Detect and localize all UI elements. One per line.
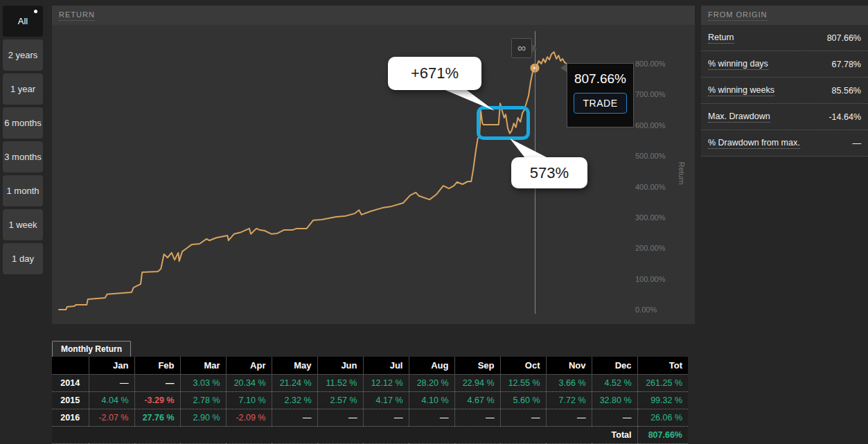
y-tick-label: 700.00% [635, 90, 665, 98]
stats-row: Return807.66% [701, 25, 868, 51]
stats-label: % Drawdown from max. [708, 138, 800, 149]
stats-panel-title: FROM ORIGIN [708, 10, 768, 21]
y-axis-title: Return [677, 161, 686, 184]
return-cell: 12.12 % [363, 374, 409, 391]
total-label: Total [52, 426, 637, 443]
return-cell: 2.78 % [180, 391, 226, 409]
return-cell: 27.76 % [134, 409, 180, 426]
trade-tooltip: 807.66% TRADE [567, 63, 634, 127]
column-header-feb: Feb [134, 357, 180, 374]
sidebar-item-label: All [18, 16, 28, 26]
return-cell: 4.52 % [592, 374, 637, 391]
sidebar-item-label: 2 years [8, 50, 38, 60]
sidebar-item-label: 6 months [4, 118, 41, 128]
column-header-year [52, 357, 89, 374]
sidebar-item-6-months[interactable]: 6 months [3, 107, 43, 139]
return-cell: 26.06 % [637, 409, 688, 426]
return-cell: -2.07 % [89, 409, 134, 426]
stats-value: 67.78% [832, 60, 861, 69]
table-row-2016: 2016-2.07 %27.76 %2.90 %-2.09 %————————2… [52, 409, 688, 426]
return-cell: — [500, 409, 546, 426]
table-row-2015: 20154.04 %-3.29 %2.78 %7.10 %2.32 %2.57 … [52, 391, 688, 409]
stats-value: 85.56% [832, 86, 861, 96]
return-cell: 4.67 % [454, 391, 500, 409]
return-cell: 3.66 % [546, 374, 592, 391]
column-header-oct: Oct [500, 357, 546, 374]
return-cell: 7.10 % [226, 391, 272, 409]
total-value: 807.66% [637, 426, 688, 443]
return-cell: 7.72 % [546, 391, 592, 409]
sidebar-item-all[interactable]: All [3, 6, 43, 37]
y-tick-label: 0.00% [635, 305, 657, 314]
return-cell: 4.17 % [363, 391, 409, 409]
sidebar-item-1-year[interactable]: 1 year [3, 73, 43, 105]
return-cell: 12.55 % [500, 374, 546, 391]
y-tick-label: 400.00% [635, 183, 665, 191]
sidebar-item-label: 1 week [8, 220, 37, 230]
year-cell: 2014 [52, 374, 89, 391]
selected-dot-icon [34, 10, 37, 13]
return-chart[interactable]: 0.00%100.00%200.00%300.00%400.00%500.00%… [52, 25, 695, 324]
return-cell: 3.03 % [180, 374, 226, 391]
y-tick-label: 300.00% [635, 213, 665, 222]
return-cell: — [592, 409, 637, 426]
year-cell: 2015 [52, 391, 89, 409]
column-header-dec: Dec [592, 357, 637, 374]
y-tick-label: 100.00% [635, 275, 665, 283]
return-cell: — [272, 409, 317, 426]
return-cell: 11.52 % [317, 374, 363, 391]
stats-label: % winning weeks [708, 85, 774, 96]
y-tick-label: 500.00% [635, 152, 665, 160]
y-tick-label: 800.00% [635, 60, 665, 68]
callout-low-value: 573% [511, 157, 587, 188]
chart-title: RETURN [59, 10, 95, 21]
sidebar-item-1-week[interactable]: 1 week [3, 209, 43, 240]
sidebar-item-2-years[interactable]: 2 years [3, 39, 43, 71]
column-header-jun: Jun [317, 357, 363, 374]
table-total-row: Total807.66% [52, 426, 688, 443]
return-cell: — [317, 409, 363, 426]
return-cell: 22.94 % [454, 374, 500, 391]
return-cell: -3.29 % [134, 391, 180, 409]
return-cell: — [89, 374, 134, 391]
return-cell: 261.25 % [637, 374, 688, 391]
monthly-return-table: JanFebMarAprMayJunJulAugSepOctNovDecTot2… [52, 357, 688, 444]
sidebar-item-label: 1 day [12, 254, 34, 264]
trade-button[interactable]: TRADE [574, 93, 628, 114]
stats-row: % winning days67.78% [701, 51, 868, 78]
return-cell: 2.90 % [180, 409, 226, 426]
stats-row: % Drawdown from max.— [701, 130, 868, 157]
return-cell: 99.32 % [637, 391, 688, 409]
from-origin-panel: FROM ORIGIN Return807.66%% winning days6… [701, 6, 868, 157]
column-header-apr: Apr [226, 357, 272, 374]
return-cell: 2.57 % [317, 391, 363, 409]
tab-monthly-return[interactable]: Monthly Return [52, 341, 131, 357]
column-header-may: May [272, 357, 317, 374]
return-cell: 32.80 % [592, 391, 637, 409]
column-header-nov: Nov [546, 357, 592, 374]
stats-panel-header: FROM ORIGIN [701, 6, 868, 25]
y-tick-label: 600.00% [635, 121, 665, 130]
return-cell: 4.04 % [89, 391, 134, 409]
infinity-icon[interactable]: ∞ [511, 38, 532, 58]
stats-value: -14.64% [829, 112, 861, 122]
sidebar-item-label: 1 month [7, 186, 39, 196]
sidebar-item-1-day[interactable]: 1 day [3, 243, 43, 274]
sidebar-item-1-month[interactable]: 1 month [3, 175, 43, 206]
sidebar-item-label: 1 year [10, 84, 35, 94]
return-cell: 21.24 % [272, 374, 317, 391]
return-cell: 5.60 % [500, 391, 546, 409]
table-row-2014: 2014——3.03 %20.34 %21.24 %11.52 %12.12 %… [52, 374, 688, 391]
stats-rows: Return807.66%% winning days67.78%% winni… [701, 25, 868, 157]
column-header-jan: Jan [89, 357, 134, 374]
return-cell: — [454, 409, 500, 426]
table-header-row: JanFebMarAprMayJunJulAugSepOctNovDecTot [52, 357, 688, 374]
stats-row: % winning weeks85.56% [701, 78, 868, 104]
sidebar-item-3-months[interactable]: 3 months [3, 141, 43, 172]
stats-label: % winning days [708, 59, 768, 70]
sidebar-item-label: 3 months [4, 152, 41, 162]
crosshair-arrow-icon [532, 44, 537, 53]
tooltip-arrow-icon [560, 64, 567, 72]
column-header-mar: Mar [180, 357, 226, 374]
return-cell: — [363, 409, 409, 426]
